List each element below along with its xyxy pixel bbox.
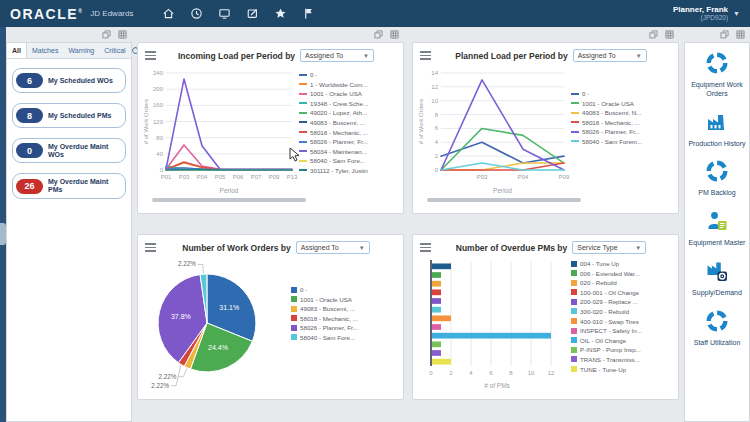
- assigned-to-dropdown[interactable]: Assigned To▼: [573, 49, 647, 62]
- legend-swatch: [571, 347, 577, 353]
- user-environment: (JPD920): [673, 14, 728, 21]
- chart-scrollbar[interactable]: [427, 198, 581, 202]
- legend-label: P-INSP - Pump Insp...: [580, 346, 641, 353]
- assigned-to-dropdown[interactable]: Assigned To▼: [300, 49, 374, 62]
- restore-panel-icon[interactable]: [102, 30, 111, 39]
- chevron-down-icon: ▼: [733, 10, 740, 17]
- legend-label: 58026 - Planner, Fr...: [582, 128, 640, 135]
- legend-swatch: [291, 315, 297, 321]
- legend-item[interactable]: 49083 - Buscemi, ...: [291, 305, 358, 312]
- legend-item[interactable]: 400-010 - Swap Tires: [571, 318, 642, 325]
- grid-view-icon[interactable]: [118, 30, 127, 39]
- rail-drag-handle[interactable]: [0, 223, 6, 245]
- tab-critical[interactable]: Critical: [99, 43, 130, 58]
- legend-label: 49020 - Lopez, Ath...: [310, 109, 367, 116]
- menu-icon[interactable]: [420, 49, 431, 62]
- tab-matches[interactable]: Matches: [27, 43, 63, 58]
- legend-label: 58034 - Maintenan...: [310, 148, 367, 155]
- legend-item[interactable]: 1001 - Oracle USA: [291, 296, 358, 303]
- svg-text:P05: P05: [215, 174, 226, 180]
- restore-panel-icon[interactable]: [720, 30, 729, 39]
- menu-icon[interactable]: [145, 49, 156, 62]
- legend-item[interactable]: 300-020 - Rebuild: [571, 308, 642, 315]
- legend-item[interactable]: INSPECT - Safety In...: [571, 327, 642, 334]
- card-my-scheduled-wos[interactable]: 6 My Scheduled WOs: [12, 68, 126, 93]
- legend-item[interactable]: P-INSP - Pump Insp...: [571, 346, 642, 353]
- user-name: Planner, Frank: [673, 6, 728, 15]
- legend-item[interactable]: 200-029 - Replace ...: [571, 298, 642, 305]
- svg-text:0: 0: [435, 167, 439, 173]
- watchlist-icon[interactable]: [217, 7, 231, 21]
- legend-item[interactable]: 1001 - Oracle USA: [571, 100, 642, 107]
- legend-item[interactable]: 58026 - Planner, Fr...: [291, 324, 358, 331]
- edit-icon[interactable]: [245, 7, 259, 21]
- menu-icon[interactable]: [145, 241, 156, 254]
- svg-text:P13: P13: [287, 174, 298, 180]
- quick-link-label: Equipment Work Orders: [687, 81, 747, 99]
- legend-item[interactable]: 100-001 - Oil Change: [571, 289, 642, 296]
- legend-item[interactable]: 0 -: [571, 90, 642, 97]
- svg-text:14: 14: [431, 70, 438, 76]
- svg-text:2.22%: 2.22%: [151, 382, 169, 389]
- legend-item[interactable]: 006 - Extended War...: [571, 270, 642, 277]
- top-header: ORACLE® JD Edwards Planner, Frank (JPD92…: [0, 0, 750, 27]
- legend-item[interactable]: 58018 - Mechanic, ...: [291, 315, 358, 322]
- legend-item[interactable]: TRANS - Transmiss...: [571, 356, 642, 363]
- favorites-icon[interactable]: [273, 7, 287, 21]
- legend-item[interactable]: 49020 - Lopez, Ath...: [299, 109, 368, 116]
- legend-item[interactable]: OIL - Oil Change: [571, 337, 642, 344]
- legend-item[interactable]: 49083 - Buscemi, ...: [299, 119, 368, 126]
- line-chart-canvas: 04080120160200240P01P03P04P05P06P07P09P1…: [141, 64, 299, 196]
- recent-reports-icon[interactable]: [189, 7, 203, 21]
- user-menu[interactable]: Planner, Frank (JPD920) ▼: [673, 6, 740, 22]
- card-my-scheduled-pms[interactable]: 8 My Scheduled PMs: [12, 103, 126, 128]
- legend-item[interactable]: 1001 - Oracle USA: [299, 90, 368, 97]
- quick-link-pm-backlog[interactable]: PM Backlog: [698, 159, 735, 198]
- assigned-to-dropdown[interactable]: Assigned To▼: [296, 241, 370, 254]
- legend-label: OIL - Oil Change: [580, 337, 626, 344]
- flag-icon[interactable]: [301, 7, 315, 21]
- grid-view-icon[interactable]: [736, 30, 745, 39]
- card-my-overdue-maint-wos[interactable]: 0 My Overdue Maint WOs: [12, 138, 126, 163]
- quick-link-supply-demand[interactable]: Supply/Demand: [692, 259, 742, 298]
- svg-text:2: 2: [449, 370, 453, 376]
- legend-item[interactable]: 58040 - Sam Fore...: [299, 157, 368, 164]
- service-type-dropdown[interactable]: Service Type▼: [572, 241, 646, 254]
- tab-all[interactable]: All: [7, 43, 27, 58]
- legend-item[interactable]: 0 -: [291, 286, 358, 293]
- legend-item[interactable]: 58018 - Mechanic, ...: [299, 129, 368, 136]
- legend-item[interactable]: 19348 - Crew Sche...: [299, 100, 368, 107]
- legend-item[interactable]: 49083 - Buscemi, N...: [571, 109, 642, 116]
- home-icon[interactable]: [161, 7, 175, 21]
- legend-item[interactable]: 58018 - Mechanic, ...: [571, 119, 642, 126]
- legend-item[interactable]: 58026 - Planner, Fr...: [571, 128, 642, 135]
- legend-item[interactable]: 1 - Worldwide Com...: [299, 81, 368, 88]
- quick-link-equipment-master[interactable]: Equipment Master: [689, 209, 746, 248]
- legend-swatch: [291, 306, 297, 312]
- legend-item[interactable]: 58040 - Sam Forem...: [571, 138, 642, 145]
- legend-item[interactable]: 0 -: [299, 71, 368, 78]
- legend-item[interactable]: 004 - Tune Up: [571, 260, 642, 267]
- quick-link-production-history[interactable]: Production History: [688, 110, 745, 149]
- legend-item[interactable]: 020 - Rebuild: [571, 279, 642, 286]
- charts-area: Incoming Load per Period by Assigned To▼…: [132, 27, 684, 422]
- legend-item[interactable]: TUNE - Tune-Up: [571, 366, 642, 373]
- quick-link-equipment-work-orders[interactable]: Equipment Work Orders: [687, 51, 747, 99]
- legend-swatch: [571, 337, 577, 343]
- restore-panel-icon[interactable]: [649, 30, 658, 39]
- legend-swatch: [571, 261, 577, 267]
- legend-item[interactable]: 58034 - Maintenan...: [299, 148, 368, 155]
- restore-panel-icon[interactable]: [374, 30, 383, 39]
- menu-icon[interactable]: [420, 241, 431, 254]
- legend-item[interactable]: 58026 - Planner, Fr...: [299, 138, 368, 145]
- grid-view-icon[interactable]: [665, 30, 674, 39]
- chevron-down-icon: ▼: [635, 245, 641, 251]
- legend-item[interactable]: 58040 - Sam Fore...: [291, 334, 358, 341]
- legend-item[interactable]: 301112 - Tyler, Justin: [299, 167, 368, 174]
- tab-warning[interactable]: Warning: [63, 43, 99, 58]
- quick-link-staff-utilization[interactable]: Staff Utilization: [694, 309, 741, 348]
- quick-links-controls: [684, 27, 750, 42]
- chart-scrollbar[interactable]: [152, 198, 306, 202]
- grid-view-icon[interactable]: [390, 30, 399, 39]
- card-my-overdue-maint-pms[interactable]: 26 My Overdue Maint PMs: [12, 173, 126, 198]
